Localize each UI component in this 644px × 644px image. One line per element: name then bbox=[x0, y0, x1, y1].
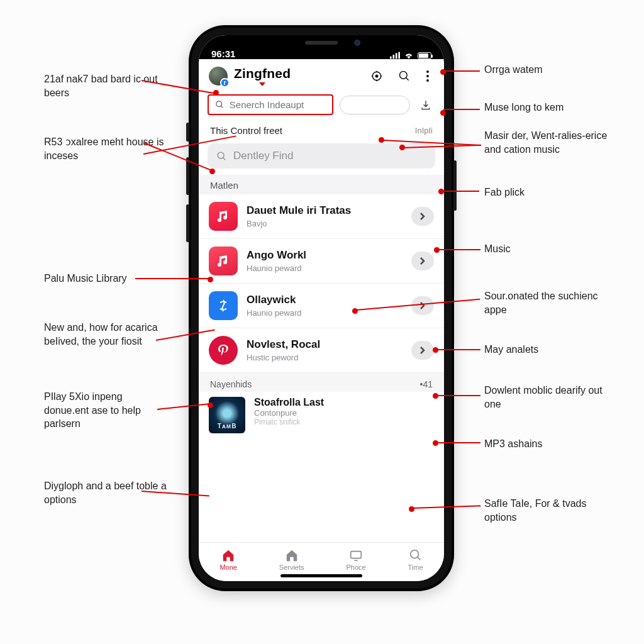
home-outline-icon bbox=[285, 548, 299, 562]
item-title: Dauet Mule iri Tratas bbox=[247, 204, 402, 217]
annotation: New and, how for acarica beIived, the yo… bbox=[44, 321, 170, 348]
section-title: This Control freet bbox=[210, 125, 282, 136]
screen: 96:31 r Zingfned bbox=[199, 35, 444, 581]
list-item[interactable]: Ollaywick Haunio peward bbox=[199, 284, 444, 328]
music-icon bbox=[209, 202, 238, 231]
tab-label: Mone bbox=[219, 564, 237, 571]
annotation: Music bbox=[484, 242, 511, 256]
device-icon bbox=[349, 548, 363, 562]
search-input[interactable] bbox=[230, 99, 326, 110]
callout-line bbox=[436, 442, 480, 443]
callout-dot bbox=[438, 189, 444, 194]
item-subtitle: Haunio peward bbox=[247, 264, 402, 273]
filter-pill[interactable] bbox=[340, 96, 410, 114]
app-header: r Zingfned bbox=[199, 59, 444, 92]
annotation: Dowlent moblic dearify out one bbox=[484, 384, 610, 411]
annotation: MP3 ashains bbox=[484, 437, 543, 451]
svg-point-7 bbox=[216, 101, 222, 107]
annotation: Fab plick bbox=[484, 186, 525, 199]
secondary-search-placeholder: Dentley Find bbox=[233, 150, 293, 162]
tab-label: Phoce bbox=[346, 564, 365, 571]
phone-frame: 96:31 r Zingfned bbox=[189, 25, 454, 591]
music-icon bbox=[209, 247, 238, 275]
tab-label: Serviets bbox=[279, 564, 304, 571]
annotation: May analets bbox=[484, 343, 538, 357]
callout-line bbox=[443, 70, 480, 72]
annotation: SafIe TaIe, For & tvads options bbox=[484, 497, 610, 524]
svg-rect-3 bbox=[398, 52, 400, 59]
section-meta: InIpIi bbox=[415, 126, 433, 135]
more-icon[interactable] bbox=[421, 67, 434, 86]
item-subtitle: Haunio peward bbox=[247, 308, 402, 318]
tab-device[interactable]: Phoce bbox=[346, 548, 365, 571]
search-icon bbox=[215, 99, 225, 110]
svg-rect-1 bbox=[392, 55, 394, 58]
playlist-card[interactable]: Stoafrolla Last Contonpure Pimatc snific… bbox=[199, 392, 444, 442]
callout-line bbox=[438, 249, 480, 250]
annotation: PIlay 5Xio inpeng donue.ent ase to help … bbox=[44, 390, 170, 431]
callout-dot bbox=[434, 247, 440, 253]
annotation: Diygloph and a beef toble a options bbox=[44, 479, 170, 506]
playlist-subtitle-2: Pimatc snifick bbox=[254, 418, 324, 426]
search-icon bbox=[216, 151, 227, 162]
app-icon bbox=[209, 291, 238, 320]
tab-label: Time bbox=[408, 564, 423, 571]
status-icons bbox=[390, 52, 431, 59]
annotation: R53 ɔxalree meht house is inceses bbox=[44, 135, 170, 162]
playlists-title: Nayenhids bbox=[210, 379, 252, 389]
search-icon bbox=[409, 548, 423, 562]
chevron-right-icon[interactable] bbox=[411, 341, 434, 360]
list-item[interactable]: Dauet Mule iri Tratas Bavjo bbox=[199, 194, 444, 239]
list-item[interactable]: Novlest, Rocal Hustic peword bbox=[199, 328, 444, 373]
chevron-right-icon[interactable] bbox=[411, 207, 434, 226]
callout-dot bbox=[433, 393, 438, 399]
tab-home[interactable]: Mone bbox=[219, 548, 237, 571]
chevron-right-icon[interactable] bbox=[411, 252, 434, 270]
album-art bbox=[209, 397, 245, 433]
download-icon[interactable] bbox=[416, 96, 435, 114]
group-title: Matlen bbox=[199, 175, 444, 194]
side-button bbox=[186, 123, 189, 142]
annotation: Orrga watem bbox=[484, 63, 542, 77]
side-button bbox=[453, 160, 457, 211]
svg-rect-2 bbox=[396, 53, 397, 58]
home-indicator bbox=[280, 574, 362, 577]
list-item[interactable]: Ango Workl Haunio peward bbox=[199, 239, 444, 284]
annotation: Sour.onated the suchienc appe bbox=[484, 289, 610, 316]
item-title: Ango Workl bbox=[247, 249, 402, 262]
caret-down-icon bbox=[259, 82, 265, 86]
tab-services[interactable]: Serviets bbox=[279, 548, 304, 571]
side-button bbox=[186, 204, 189, 242]
item-title: Novlest, Rocal bbox=[247, 338, 402, 351]
playlists-header: Nayenhids •41 bbox=[199, 373, 444, 392]
tab-search[interactable]: Time bbox=[408, 548, 423, 571]
item-title: Ollaywick bbox=[247, 294, 402, 306]
playlist-subtitle: Contonpure bbox=[254, 408, 324, 418]
search-icon[interactable] bbox=[394, 65, 415, 87]
cellular-icon bbox=[390, 52, 400, 59]
status-time: 96:31 bbox=[211, 48, 235, 59]
avatar[interactable]: r bbox=[209, 67, 228, 86]
side-button bbox=[186, 157, 189, 195]
target-icon[interactable] bbox=[366, 65, 387, 87]
home-icon bbox=[221, 548, 235, 562]
callout-dot bbox=[433, 347, 438, 353]
svg-point-5 bbox=[375, 75, 379, 78]
annotation: Muse long to kem bbox=[484, 101, 564, 114]
section-header: This Control freet InIpIi bbox=[199, 121, 444, 140]
speaker-icon bbox=[305, 41, 338, 45]
callout-line bbox=[135, 278, 209, 279]
camera-icon bbox=[354, 40, 360, 46]
search-highlight bbox=[208, 94, 333, 115]
playlist-title: Stoafrolla Last bbox=[254, 397, 324, 408]
avatar-badge: r bbox=[220, 78, 230, 87]
result-list: Dauet Mule iri Tratas Bavjo Ango Workl H… bbox=[199, 194, 444, 373]
callout-line bbox=[436, 395, 480, 396]
chevron-right-icon[interactable] bbox=[411, 296, 434, 315]
svg-rect-9 bbox=[351, 551, 362, 558]
annotation: 21af nak7 bad bard ic out beers bbox=[44, 72, 170, 99]
callout-line bbox=[441, 191, 479, 192]
svg-point-8 bbox=[218, 152, 224, 158]
battery-icon bbox=[418, 52, 431, 59]
callout-line bbox=[443, 109, 480, 110]
